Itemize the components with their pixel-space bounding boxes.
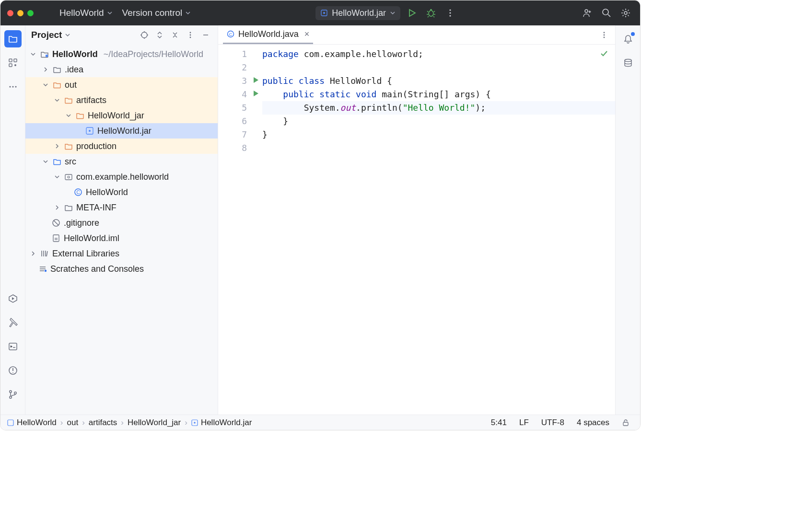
folder-excluded-icon (64, 96, 73, 104)
kw: public class (262, 76, 325, 86)
tree-item-label: HelloWorld.iml (64, 233, 119, 243)
crumb-item[interactable]: HelloWorld.jar (191, 418, 252, 428)
structure-tool-button[interactable] (4, 54, 22, 71)
tree-item-scratches[interactable]: Scratches and Consoles (25, 261, 218, 277)
crumb-item[interactable]: HelloWorld_jar (128, 418, 181, 428)
search-everywhere-button[interactable] (599, 5, 614, 21)
window-controls (7, 10, 34, 16)
crumb-sep-icon: › (60, 418, 63, 428)
tree-item-idea[interactable]: .idea (25, 62, 218, 77)
kebab-icon (187, 31, 194, 39)
settings-button[interactable] (618, 5, 633, 21)
crumb-item[interactable]: out (67, 418, 79, 428)
code-body[interactable]: package com.example.helloworld; public c… (260, 45, 615, 415)
run-configuration-selector[interactable]: HelloWorld.jar (315, 6, 400, 20)
run-button[interactable] (404, 5, 420, 21)
kw: package (262, 49, 299, 59)
analysis-ok-icon[interactable] (600, 49, 608, 58)
more-actions-button[interactable] (443, 5, 458, 21)
database-tool-button[interactable] (619, 54, 637, 71)
zoom-window-icon[interactable] (27, 10, 34, 16)
project-tool-button[interactable] (4, 30, 22, 47)
tree-item-gitignore[interactable]: .gitignore (25, 215, 218, 231)
status-caret-pos[interactable]: 5:41 (487, 418, 511, 428)
line-number[interactable]: 3 (218, 74, 260, 88)
git-tool-button[interactable] (4, 386, 22, 403)
project-menu[interactable]: HelloWorld (57, 6, 116, 20)
project-name-label: HelloWorld (59, 8, 104, 18)
crumb-item[interactable]: artifacts (89, 418, 117, 428)
status-indent[interactable]: 4 spaces (573, 418, 613, 428)
tree-item-src[interactable]: src (25, 154, 218, 169)
code-text: } (262, 116, 288, 126)
close-tab-button[interactable]: × (304, 29, 310, 39)
tree-item-jar-file[interactable]: HelloWorld.jar (25, 123, 218, 139)
tree-item-label: artifacts (76, 95, 106, 105)
tree-item-out[interactable]: out (25, 77, 218, 93)
problems-tool-button[interactable] (4, 362, 22, 379)
tree-root[interactable]: HelloWorld ~/IdeaProjects/HelloWorld (25, 46, 218, 62)
tree-item-production[interactable]: production (25, 139, 218, 154)
crumb-label: artifacts (89, 418, 117, 428)
expand-all-button[interactable] (153, 29, 166, 41)
terminal-tool-button[interactable] (4, 338, 22, 355)
hide-panel-button[interactable] (199, 29, 212, 41)
right-tool-strip (615, 25, 640, 415)
status-encoding[interactable]: UTF-8 (537, 418, 568, 428)
code-text: main (382, 89, 402, 99)
services-tool-button[interactable] (4, 290, 22, 307)
svg-point-19 (9, 391, 11, 393)
tree-item-package[interactable]: com.example.helloworld (25, 169, 218, 185)
status-line-sep[interactable]: LF (515, 418, 533, 428)
gear-icon (621, 8, 630, 18)
crumb-label: HelloWorld.jar (201, 418, 252, 428)
close-window-icon[interactable] (7, 10, 13, 16)
svg-point-42 (625, 59, 631, 62)
panel-options-button[interactable] (184, 29, 197, 41)
tree-item-artifact-dir[interactable]: HelloWorld_jar (25, 108, 218, 123)
more-tools-button[interactable] (4, 78, 22, 95)
select-opened-file-button[interactable] (138, 29, 151, 41)
line-number: 5 (218, 101, 260, 115)
chevron-down-icon (185, 10, 191, 16)
status-readonly-toggle[interactable] (618, 419, 633, 427)
svg-point-21 (14, 392, 16, 394)
chevron-right-icon (30, 251, 36, 256)
lock-open-icon (622, 419, 630, 427)
collapse-all-button[interactable] (169, 29, 181, 41)
svg-point-25 (190, 37, 191, 38)
minimize-icon (202, 31, 210, 39)
svg-point-45 (194, 422, 196, 424)
tree-item-external-libs[interactable]: External Libraries (25, 246, 218, 261)
svg-point-2 (429, 11, 433, 16)
code-with-me-button[interactable] (580, 5, 595, 21)
code-text: } (262, 129, 268, 139)
tree-item-iml[interactable]: HelloWorld.iml (25, 231, 218, 246)
notifications-button[interactable] (619, 30, 637, 47)
project-tree: HelloWorld ~/IdeaProjects/HelloWorld .id… (25, 45, 218, 415)
tree-item-label: src (65, 157, 76, 167)
editor-options-button[interactable] (598, 29, 610, 41)
svg-point-20 (9, 396, 11, 398)
chevron-down-icon (107, 10, 113, 16)
vcs-menu[interactable]: Version control (119, 6, 194, 20)
tree-item-metainf[interactable]: META-INF (25, 200, 218, 215)
editor-tab[interactable]: C HelloWorld.java × (223, 25, 313, 44)
chevron-down-icon[interactable] (65, 32, 70, 38)
titlebar: HelloWorld Version control HelloWorld.ja… (0, 0, 640, 25)
minimize-window-icon[interactable] (17, 10, 23, 16)
tree-item-artifacts[interactable]: artifacts (25, 93, 218, 108)
tree-item-class[interactable]: C HelloWorld (25, 185, 218, 200)
crumb-item[interactable]: HelloWorld (7, 418, 57, 428)
build-tool-button[interactable] (4, 314, 22, 331)
tree-item-label: production (76, 141, 117, 151)
code-editor[interactable]: 1 2 3 4 5 6 7 8 package com.example.hell… (218, 45, 615, 415)
line-number[interactable]: 4 (218, 88, 260, 101)
svg-point-15 (15, 86, 16, 87)
debug-button[interactable] (423, 5, 439, 21)
tree-item-label: External Libraries (52, 249, 119, 259)
project-panel-header: Project (25, 25, 218, 45)
project-panel-title: Project (31, 30, 62, 40)
bug-icon (426, 8, 436, 18)
tree-item-label: HelloWorld.jar (97, 126, 152, 136)
